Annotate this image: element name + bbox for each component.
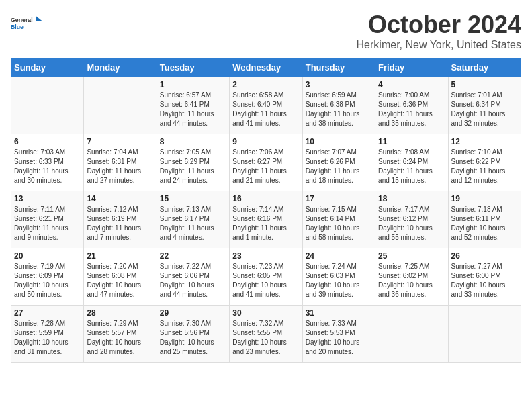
header-row: SundayMondayTuesdayWednesdayThursdayFrid… (11, 58, 521, 77)
day-cell: 28 Sunrise: 7:29 AMSunset: 5:57 PMDaylig… (84, 306, 157, 363)
day-number: 22 (160, 251, 226, 261)
day-info: Sunrise: 7:20 AMSunset: 6:08 PMDaylight:… (87, 262, 153, 300)
day-cell: 15 Sunrise: 7:13 AMSunset: 6:17 PMDaylig… (157, 191, 229, 248)
header-wednesday: Wednesday (230, 58, 302, 77)
day-number: 5 (451, 80, 518, 89)
day-number: 18 (378, 194, 445, 203)
day-number: 14 (87, 194, 153, 203)
day-number: 13 (14, 194, 81, 203)
title-area: October 2024 Herkimer, New York, United … (357, 11, 521, 51)
day-info: Sunrise: 7:28 AMSunset: 5:59 PMDaylight:… (14, 319, 81, 357)
day-number: 1 (160, 80, 226, 89)
day-info: Sunrise: 7:03 AMSunset: 6:33 PMDaylight:… (14, 148, 81, 185)
day-number: 8 (160, 137, 226, 146)
day-number: 4 (378, 80, 445, 89)
day-cell: 11 Sunrise: 7:08 AMSunset: 6:24 PMDaylig… (375, 134, 448, 191)
svg-text:Blue: Blue (11, 24, 24, 30)
header-saturday: Saturday (448, 58, 521, 77)
day-number: 12 (451, 137, 518, 146)
day-number: 10 (306, 137, 372, 146)
day-info: Sunrise: 7:27 AMSunset: 6:00 PMDaylight:… (451, 262, 518, 300)
day-info: Sunrise: 7:01 AMSunset: 6:34 PMDaylight:… (451, 91, 518, 128)
header-tuesday: Tuesday (157, 58, 229, 77)
day-info: Sunrise: 7:15 AMSunset: 6:14 PMDaylight:… (306, 205, 372, 242)
day-cell: 31 Sunrise: 7:33 AMSunset: 5:53 PMDaylig… (302, 306, 375, 363)
day-number: 20 (14, 251, 81, 261)
header-monday: Monday (84, 58, 157, 77)
day-number: 3 (306, 80, 372, 89)
day-info: Sunrise: 7:19 AMSunset: 6:09 PMDaylight:… (14, 262, 81, 300)
day-cell: 12 Sunrise: 7:10 AMSunset: 6:22 PMDaylig… (448, 134, 521, 191)
day-info: Sunrise: 7:06 AMSunset: 6:27 PMDaylight:… (232, 148, 299, 185)
logo: General Blue (11, 11, 44, 35)
month-title: October 2024 (357, 11, 521, 39)
week-row-3: 13 Sunrise: 7:11 AMSunset: 6:21 PMDaylig… (11, 191, 521, 248)
day-number: 16 (232, 194, 299, 203)
header-thursday: Thursday (302, 58, 375, 77)
day-info: Sunrise: 7:04 AMSunset: 6:31 PMDaylight:… (87, 148, 153, 185)
day-number: 30 (232, 308, 299, 318)
day-number: 21 (87, 251, 153, 261)
day-cell: 1 Sunrise: 6:57 AMSunset: 6:41 PMDayligh… (157, 77, 229, 134)
day-info: Sunrise: 7:14 AMSunset: 6:16 PMDaylight:… (232, 205, 299, 242)
day-cell: 3 Sunrise: 6:59 AMSunset: 6:38 PMDayligh… (302, 77, 375, 134)
header: General Blue October 2024 Herkimer, New … (11, 11, 521, 51)
day-cell (84, 77, 157, 134)
day-cell: 30 Sunrise: 7:32 AMSunset: 5:55 PMDaylig… (230, 306, 302, 363)
day-info: Sunrise: 7:33 AMSunset: 5:53 PMDaylight:… (306, 319, 372, 357)
day-info: Sunrise: 7:11 AMSunset: 6:21 PMDaylight:… (14, 205, 81, 242)
day-info: Sunrise: 7:24 AMSunset: 6:03 PMDaylight:… (306, 262, 372, 300)
day-info: Sunrise: 7:13 AMSunset: 6:17 PMDaylight:… (160, 205, 226, 242)
day-cell: 19 Sunrise: 7:18 AMSunset: 6:11 PMDaylig… (448, 191, 521, 248)
day-cell (11, 77, 84, 134)
header-friday: Friday (375, 58, 448, 77)
day-cell: 10 Sunrise: 7:07 AMSunset: 6:26 PMDaylig… (302, 134, 375, 191)
week-row-5: 27 Sunrise: 7:28 AMSunset: 5:59 PMDaylig… (11, 306, 521, 363)
day-cell: 25 Sunrise: 7:25 AMSunset: 6:02 PMDaylig… (375, 248, 448, 306)
header-sunday: Sunday (11, 58, 84, 77)
day-number: 26 (451, 251, 518, 261)
day-info: Sunrise: 6:57 AMSunset: 6:41 PMDaylight:… (160, 91, 226, 128)
day-number: 24 (306, 251, 372, 261)
day-info: Sunrise: 7:17 AMSunset: 6:12 PMDaylight:… (378, 205, 445, 242)
day-info: Sunrise: 7:08 AMSunset: 6:24 PMDaylight:… (378, 148, 445, 185)
day-number: 7 (87, 137, 153, 146)
day-cell: 17 Sunrise: 7:15 AMSunset: 6:14 PMDaylig… (302, 191, 375, 248)
day-cell: 24 Sunrise: 7:24 AMSunset: 6:03 PMDaylig… (302, 248, 375, 306)
day-cell: 7 Sunrise: 7:04 AMSunset: 6:31 PMDayligh… (84, 134, 157, 191)
week-row-1: 1 Sunrise: 6:57 AMSunset: 6:41 PMDayligh… (11, 77, 521, 134)
day-info: Sunrise: 6:59 AMSunset: 6:38 PMDaylight:… (306, 91, 372, 128)
day-info: Sunrise: 7:18 AMSunset: 6:11 PMDaylight:… (451, 205, 518, 242)
day-cell: 20 Sunrise: 7:19 AMSunset: 6:09 PMDaylig… (11, 248, 84, 306)
day-cell: 14 Sunrise: 7:12 AMSunset: 6:19 PMDaylig… (84, 191, 157, 248)
day-info: Sunrise: 7:30 AMSunset: 5:56 PMDaylight:… (160, 319, 226, 357)
day-number: 27 (14, 308, 81, 318)
day-number: 11 (378, 137, 445, 146)
day-cell: 4 Sunrise: 7:00 AMSunset: 6:36 PMDayligh… (375, 77, 448, 134)
day-cell: 5 Sunrise: 7:01 AMSunset: 6:34 PMDayligh… (448, 77, 521, 134)
day-cell: 9 Sunrise: 7:06 AMSunset: 6:27 PMDayligh… (230, 134, 302, 191)
day-number: 25 (378, 251, 445, 261)
day-number: 2 (232, 80, 299, 89)
day-info: Sunrise: 7:29 AMSunset: 5:57 PMDaylight:… (87, 319, 153, 357)
day-cell (375, 306, 448, 363)
day-cell: 29 Sunrise: 7:30 AMSunset: 5:56 PMDaylig… (157, 306, 229, 363)
day-number: 23 (232, 251, 299, 261)
day-number: 17 (306, 194, 372, 203)
day-cell: 2 Sunrise: 6:58 AMSunset: 6:40 PMDayligh… (230, 77, 302, 134)
day-cell: 18 Sunrise: 7:17 AMSunset: 6:12 PMDaylig… (375, 191, 448, 248)
day-number: 6 (14, 137, 81, 146)
day-number: 15 (160, 194, 226, 203)
week-row-4: 20 Sunrise: 7:19 AMSunset: 6:09 PMDaylig… (11, 248, 521, 306)
day-number: 29 (160, 308, 226, 318)
day-info: Sunrise: 7:12 AMSunset: 6:19 PMDaylight:… (87, 205, 153, 242)
day-cell: 13 Sunrise: 7:11 AMSunset: 6:21 PMDaylig… (11, 191, 84, 248)
day-info: Sunrise: 7:22 AMSunset: 6:06 PMDaylight:… (160, 262, 226, 300)
day-cell: 22 Sunrise: 7:22 AMSunset: 6:06 PMDaylig… (157, 248, 229, 306)
day-number: 9 (232, 137, 299, 146)
day-cell: 21 Sunrise: 7:20 AMSunset: 6:08 PMDaylig… (84, 248, 157, 306)
day-info: Sunrise: 7:25 AMSunset: 6:02 PMDaylight:… (378, 262, 445, 300)
day-cell: 6 Sunrise: 7:03 AMSunset: 6:33 PMDayligh… (11, 134, 84, 191)
svg-marker-2 (36, 16, 42, 21)
day-info: Sunrise: 7:07 AMSunset: 6:26 PMDaylight:… (306, 148, 372, 185)
